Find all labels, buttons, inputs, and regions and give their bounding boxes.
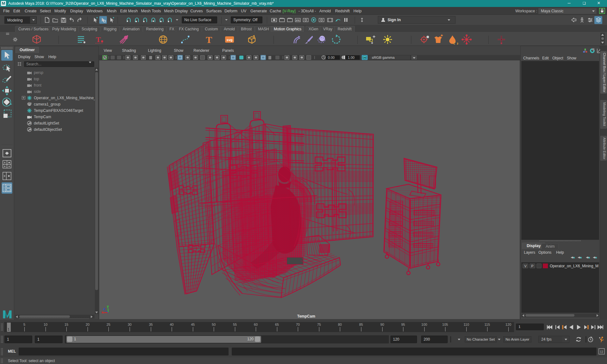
svg-text:y: y: [107, 304, 109, 308]
svg-text:IPR: IPR: [296, 19, 300, 21]
svg-text:z: z: [103, 307, 105, 311]
svg-text:T: T: [206, 34, 212, 45]
svg-text:{;}: {;}: [600, 350, 603, 353]
svg-text:T: T: [96, 35, 101, 44]
svg-text:svg: svg: [227, 38, 233, 42]
svg-text:x: x: [101, 310, 104, 314]
